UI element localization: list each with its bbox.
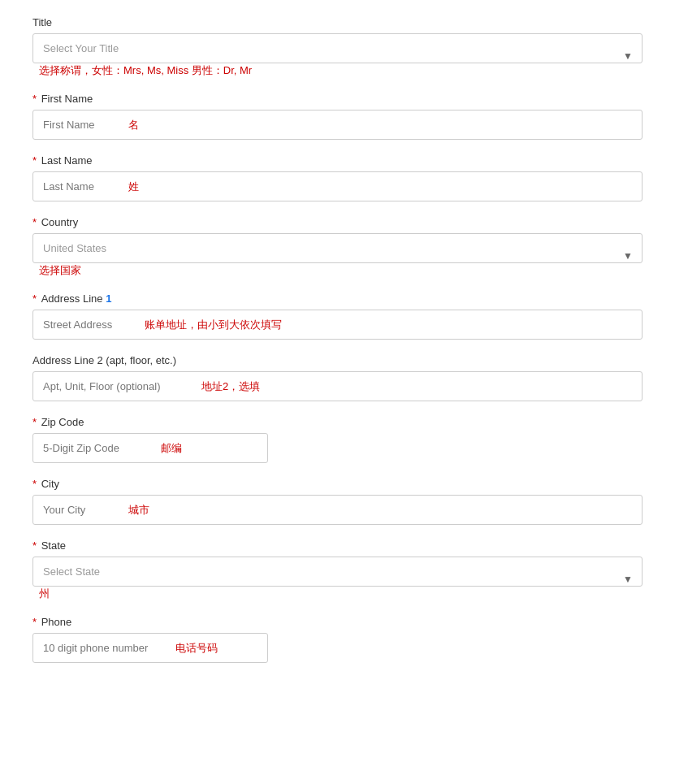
- address1-annotation: 账单地址，由小到大依次填写: [145, 318, 282, 332]
- country-label: * Country: [32, 216, 643, 228]
- last-name-required: *: [32, 154, 40, 167]
- address2-input[interactable]: [32, 371, 643, 401]
- country-label-text: Country: [41, 216, 79, 228]
- zip-group: * Zip Code 邮编: [32, 416, 643, 463]
- state-group: * State Select State Alabama Alaska Ariz…: [32, 539, 643, 601]
- address2-label-text: Address Line 2 (apt, floor, etc.): [32, 354, 176, 366]
- address2-group: Address Line 2 (apt, floor, etc.) 地址2，选填: [32, 354, 643, 401]
- country-group: * Country United States Canada United Ki…: [32, 216, 643, 278]
- zip-annotation: 邮编: [161, 441, 182, 456]
- title-select[interactable]: Select Your Title Mrs Ms Miss Dr Mr: [32, 33, 643, 63]
- phone-input-wrapper: 电话号码: [32, 633, 268, 663]
- zip-required: *: [32, 416, 40, 428]
- title-select-wrapper[interactable]: Select Your Title Mrs Ms Miss Dr Mr ▼ 选择…: [32, 33, 643, 78]
- address1-label-text: Address Line: [41, 292, 106, 305]
- address1-group: * Address Line 1 账单地址，由小到大依次填写: [32, 292, 643, 340]
- country-required: *: [32, 216, 40, 228]
- first-name-group: * First Name 名: [32, 93, 643, 140]
- phone-label-text: Phone: [41, 616, 72, 628]
- address1-required: *: [32, 292, 40, 305]
- city-group: * City 城市: [32, 478, 643, 525]
- last-name-annotation: 姓: [128, 180, 139, 194]
- city-label-text: City: [41, 478, 59, 490]
- address2-label: Address Line 2 (apt, floor, etc.): [32, 354, 643, 366]
- zip-label-text: Zip Code: [41, 416, 84, 428]
- state-required: *: [32, 539, 40, 552]
- phone-input[interactable]: [32, 633, 268, 663]
- state-label-text: State: [41, 539, 66, 552]
- last-name-group: * Last Name 姓: [32, 154, 643, 201]
- address1-input-wrapper: 账单地址，由小到大依次填写: [32, 310, 643, 340]
- state-annotation: 州: [39, 587, 50, 600]
- country-select[interactable]: United States Canada United Kingdom Aust…: [32, 233, 643, 263]
- first-name-label-text: First Name: [41, 93, 93, 105]
- phone-group: * Phone 电话号码: [32, 616, 643, 663]
- city-label: * City: [32, 478, 643, 490]
- zip-label: * Zip Code: [32, 416, 643, 428]
- city-required: *: [32, 478, 40, 490]
- last-name-label-text: Last Name: [41, 154, 93, 167]
- last-name-input[interactable]: [32, 171, 643, 201]
- title-label: Title: [32, 16, 643, 28]
- country-select-wrapper[interactable]: United States Canada United Kingdom Aust…: [32, 233, 643, 278]
- first-name-label: * First Name: [32, 93, 643, 105]
- title-annotation: 选择称谓，女性：Mrs, Ms, Miss 男性：Dr, Mr: [39, 64, 252, 76]
- city-annotation: 城市: [128, 503, 149, 518]
- city-input[interactable]: [32, 495, 643, 525]
- address1-input[interactable]: [32, 310, 643, 340]
- address2-annotation: 地址2，选填: [201, 379, 260, 394]
- country-annotation: 选择国家: [39, 264, 81, 276]
- phone-annotation: 电话号码: [175, 641, 218, 656]
- address1-label: * Address Line 1: [32, 292, 643, 305]
- city-input-wrapper: 城市: [32, 495, 643, 525]
- first-name-required: *: [32, 93, 40, 105]
- address2-input-wrapper: 地址2，选填: [32, 371, 643, 401]
- phone-required: *: [32, 616, 40, 628]
- first-name-annotation: 名: [128, 118, 139, 132]
- title-group: Title Select Your Title Mrs Ms Miss Dr M…: [32, 16, 643, 78]
- first-name-input[interactable]: [32, 110, 643, 140]
- state-select[interactable]: Select State Alabama Alaska Arizona Cali…: [32, 557, 643, 587]
- address1-label-highlight: 1: [106, 292, 111, 305]
- state-label: * State: [32, 539, 643, 552]
- last-name-input-wrapper: 姓: [32, 171, 643, 201]
- last-name-label: * Last Name: [32, 154, 643, 167]
- state-select-wrapper[interactable]: Select State Alabama Alaska Arizona Cali…: [32, 557, 643, 601]
- phone-label: * Phone: [32, 616, 643, 628]
- first-name-input-wrapper: 名: [32, 110, 643, 140]
- title-label-text: Title: [32, 16, 52, 28]
- zip-input[interactable]: [32, 433, 268, 463]
- zip-input-wrapper: 邮编: [32, 433, 268, 463]
